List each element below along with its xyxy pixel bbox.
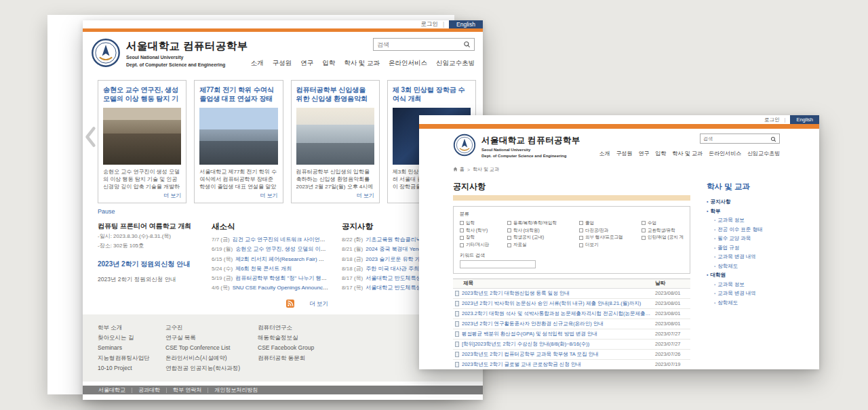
read-more-link[interactable]: 더 보기 (260, 192, 277, 199)
breadcrumb-home[interactable]: 홈 (460, 166, 465, 173)
nav-item[interactable]: 신임교수초빙 (747, 150, 780, 157)
news-item-title[interactable]: 김건 교수 연구진의 네트워크 사이언스와 머신러닝 기... (233, 237, 328, 243)
filter-option[interactable]: 학생공지 (교내) (507, 234, 574, 241)
footer-link[interactable]: 교수진 (165, 323, 258, 333)
sidebar-item[interactable]: 교과목 변경 내역 (714, 289, 783, 298)
footer-link[interactable]: 학부 소개 (98, 323, 165, 333)
news-list-item[interactable]: 6/19 (월)송현오 교수 연구진, 생성 모델의 이상 행동 탐지 기... (212, 245, 328, 254)
nav-item[interactable]: 입학 (656, 150, 667, 157)
search-input[interactable] (377, 41, 460, 48)
checkbox[interactable] (579, 236, 583, 240)
event-title[interactable]: 컴퓨팅 프론티어 여름학교 개최 (98, 222, 198, 231)
bottom-bar-link[interactable]: 학부 연락처 (166, 388, 208, 393)
news-card[interactable]: 컴퓨터공학부 신입생을 위한 신입생 환영음악회 컴퓨터공학부 신입생의 입학을… (291, 80, 380, 203)
news-item-title[interactable]: SNU CSE Faculty Openings Announcement (.… (233, 285, 328, 291)
checkbox[interactable] (507, 236, 511, 240)
checkbox[interactable] (460, 228, 464, 232)
nav-item[interactable]: 연구 (300, 59, 313, 68)
snu-logo-icon[interactable] (91, 38, 121, 70)
checkbox[interactable] (460, 236, 464, 240)
sidebar-item[interactable]: 교과목 변경 내역 (714, 252, 783, 262)
nav-item[interactable]: 소개 (599, 150, 610, 157)
site-title[interactable]: 서울대학교 컴퓨터공학부 (126, 39, 248, 54)
nav-item[interactable]: 학사 및 교과 (673, 150, 703, 157)
sidebar-item[interactable]: 공지사항 (707, 197, 783, 207)
checkbox[interactable] (460, 243, 464, 247)
footer-link[interactable]: Seminars (98, 343, 165, 353)
nav-item[interactable]: 연구 (639, 150, 650, 157)
site-title[interactable]: 서울대학교 컴퓨터공학부 (481, 135, 580, 146)
search-box[interactable] (700, 134, 780, 144)
checkbox[interactable] (642, 228, 646, 232)
filter-option[interactable]: 학사 (학부) (460, 227, 502, 234)
sidebar-item[interactable]: 장학제도 (714, 298, 783, 308)
notice-link[interactable]: 2023학년도 2학기 글로벌 교내 근로장학금 신청 안내 (462, 361, 652, 368)
table-row[interactable]: 2023학년도 2학기 대학원신입생 등록 일정 안내 2023/08/01 (453, 289, 690, 299)
checkbox[interactable] (579, 228, 583, 232)
bottom-bar-link[interactable]: 서울대학교 (92, 388, 132, 393)
nav-item[interactable]: 소개 (251, 59, 264, 68)
rss-icon[interactable] (286, 298, 294, 310)
sidebar-title[interactable]: 학사 및 교과 (707, 182, 783, 192)
search-icon[interactable] (770, 133, 776, 145)
news-list-item[interactable]: 5/19 (금)컴퓨터공학부 학생회 "정" 나누기 행사 (간담회 소통) (212, 274, 328, 283)
filter-option[interactable]: 교환학생/유학 (642, 227, 684, 234)
news-card-title[interactable]: 컴퓨터공학부 신입생을 위한 신입생 환영음악회 (296, 85, 374, 104)
search-icon[interactable] (463, 39, 471, 51)
read-more-link[interactable]: 더 보기 (163, 192, 181, 199)
checkbox[interactable] (579, 243, 583, 247)
table-row[interactable]: 2023년 2학기 연구활동종사자 안전환경 신규교육(온라인) 안내 2023… (453, 319, 690, 329)
notice-link[interactable]: 2023학년도 2학기 대학원신입생 등록 일정 안내 (462, 290, 652, 297)
checkbox[interactable] (507, 221, 511, 225)
nav-item[interactable]: 온라인서비스 (709, 150, 741, 157)
nav-item[interactable]: 구성원 (616, 150, 633, 157)
filter-option[interactable]: 학사 (대학원) (507, 227, 574, 234)
filter-option[interactable]: 자료실 (507, 241, 574, 249)
filter-option[interactable]: 더보기 (579, 241, 636, 249)
notice-link[interactable]: 2023년 2학기 박사학위 논문심사 승인 서류(학위 내규) 제출 안내(8… (462, 300, 652, 307)
footer-link[interactable]: 온라인서비스(시설예약) (165, 353, 258, 363)
nav-item[interactable]: 입학 (322, 59, 335, 68)
checkbox[interactable] (507, 243, 511, 247)
sidebar-item[interactable]: 장학제도 (714, 262, 783, 271)
login-link[interactable]: 로그인 (764, 117, 780, 123)
footer-link[interactable]: 연구실 목록 (165, 333, 258, 343)
checkbox[interactable] (460, 221, 464, 225)
footer-link[interactable]: CSE Top Conference List (165, 343, 258, 353)
news-list-item[interactable]: 4/6 (목)SNU CSE Faculty Openings Announce… (212, 283, 328, 293)
news-item-title[interactable]: 컴퓨터공학부 학생회 "정" 나누기 행사 (간담회 소통) (235, 275, 328, 281)
checkbox[interactable] (642, 236, 646, 240)
footer-link[interactable]: 찾아오시는 길 (98, 333, 165, 343)
read-more-link[interactable]: 더 보기 (357, 192, 374, 199)
notice-link[interactable]: 2023.2학기 대학원 석사 및 석박사통합과정 논문제출자격시험 전공시험(… (462, 310, 652, 317)
sidebar-item[interactable]: 학부 (707, 207, 783, 216)
filter-option[interactable]: 입학 (460, 220, 502, 227)
bottom-bar-link[interactable]: 개인정보처리방침 (208, 388, 264, 393)
checkbox[interactable] (579, 221, 583, 225)
footer-link[interactable]: 연합전공 인공지능(학사과정) (165, 363, 258, 373)
sidebar-item[interactable]: 대학원 (707, 270, 783, 280)
notice-link[interactable]: 2023학년도 2학기 컴퓨터공학부 교과목 학부생 TA 모집 안내 (462, 351, 652, 358)
filter-option[interactable]: 기타/게시판 (460, 241, 502, 249)
login-link[interactable]: 로그인 (420, 20, 438, 28)
highlight-notice-sub[interactable]: 2023년 2학기 정원외신청 안내 (98, 276, 198, 284)
bottom-bar-link[interactable]: 공과대학 (132, 388, 166, 393)
highlight-notice-title[interactable]: 2023년 2학기 정원외신청 안내 (98, 260, 198, 269)
filter-option[interactable]: 등록/복학/휴학/재입학 (507, 220, 574, 227)
snu-logo-icon[interactable] (453, 134, 476, 159)
news-list-item[interactable]: 5/24 (수)제6회 천묵 콘서트 개최 (212, 264, 328, 274)
table-row[interactable]: 평점평균 백분위 환산점수(GPA) 및 성적입력 방법 변경 안내 2023/… (453, 329, 690, 340)
notice-link[interactable]: 평점평균 백분위 환산점수(GPA) 및 성적입력 방법 변경 안내 (462, 331, 652, 337)
sidebar-item[interactable]: 졸업 규정 (714, 243, 783, 253)
filter-option[interactable]: 장학 (460, 234, 502, 241)
footer-link[interactable]: 10-10 Project (98, 363, 165, 373)
checkbox[interactable] (642, 221, 646, 225)
search-input[interactable] (703, 136, 768, 141)
news-card-title[interactable]: 제 3회 민상렬 장학금 수여식 개최 (393, 85, 471, 104)
news-list-item[interactable]: 7/7 (금)김건 교수 연구진의 네트워크 사이언스와 머신러닝 기... (212, 235, 328, 245)
sidebar-item[interactable]: 필수 교양 과목 (714, 234, 783, 243)
news-card[interactable]: 제77회 전기 학위 수여식 졸업생 대표 연설자 장태준 학생 인 서울대학교… (194, 80, 283, 203)
notice-link[interactable]: [학위]2023학년도 2학기 수강신청 안내(8/8(화)~8/16(수)) (462, 341, 652, 348)
news-item-title[interactable]: 제2회 리서치 페어(Research Fair) 개최 (235, 256, 328, 262)
nav-item[interactable]: 학사 및 교과 (344, 59, 380, 68)
